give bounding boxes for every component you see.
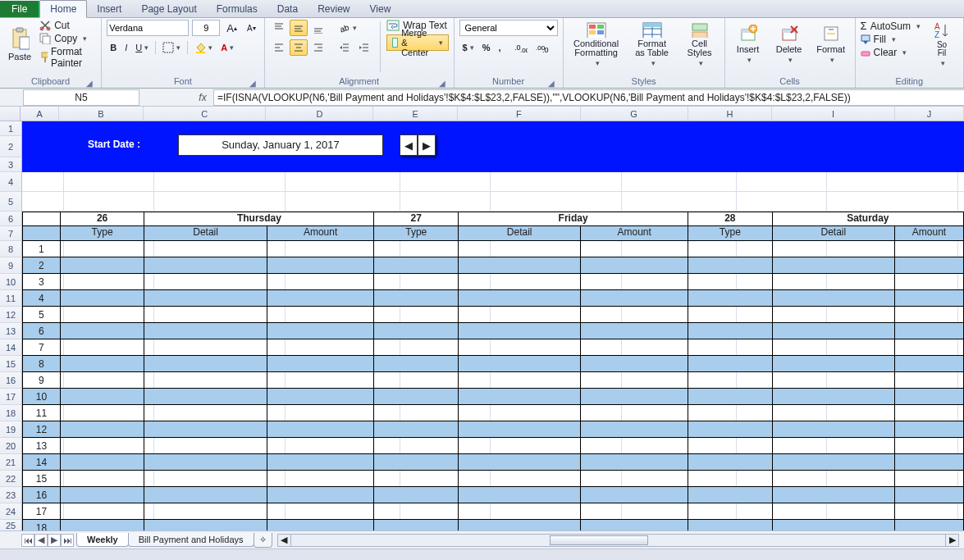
col-header-G[interactable]: G [581,107,688,121]
cell[interactable] [581,241,688,257]
fill-color-button[interactable] [191,39,216,56]
cell[interactable] [895,487,964,503]
sheet-tab-bill-payment[interactable]: Bill Payment and Holidays [128,533,254,547]
row-header-14[interactable]: 14 [0,339,22,356]
row-header-12[interactable]: 12 [0,307,22,323]
cell[interactable] [459,339,581,356]
cell[interactable] [144,257,267,274]
tab-review[interactable]: Review [308,1,359,17]
cell[interactable] [267,307,375,323]
cell[interactable] [267,454,375,471]
start-date-value[interactable]: Sunday, January 1, 2017 [178,134,383,156]
cell[interactable] [688,372,773,389]
cell[interactable] [374,257,459,274]
align-bottom-button[interactable] [309,20,327,36]
cell[interactable] [459,307,581,323]
cell[interactable] [773,389,895,405]
cell[interactable] [688,274,773,290]
cell[interactable] [581,438,688,454]
orientation-button[interactable]: ab [336,20,360,36]
cell[interactable] [144,307,267,323]
cell[interactable] [688,520,773,530]
cell[interactable] [581,290,688,307]
cell[interactable] [459,487,581,503]
cell[interactable] [144,421,267,438]
cell[interactable] [688,307,773,323]
worksheet-grid[interactable]: ABCDEFGHIJ 12345678910111213141516171819… [0,107,964,530]
cell[interactable] [895,290,964,307]
row-header-15[interactable]: 15 [0,356,22,372]
font-launcher[interactable]: ◢ [249,79,258,88]
cell[interactable] [459,503,581,520]
cell[interactable] [895,307,964,323]
sheet-nav-prev[interactable]: ◀ [34,534,48,547]
cell[interactable] [773,421,895,438]
cell[interactable] [773,290,895,307]
cell[interactable] [895,421,964,438]
cell[interactable] [773,307,895,323]
cell[interactable] [61,454,145,471]
comma-format-button[interactable]: , [496,39,505,56]
cell[interactable] [581,323,688,339]
cell[interactable] [61,372,145,389]
row-header-11[interactable]: 11 [0,290,22,307]
cell[interactable] [374,372,459,389]
cell[interactable] [267,274,375,290]
cell[interactable] [61,503,145,520]
cell[interactable] [267,405,375,421]
cell[interactable] [895,323,964,339]
cell[interactable] [144,471,267,487]
cell[interactable] [895,405,964,421]
row-header-22[interactable]: 22 [0,471,22,487]
font-color-button[interactable]: A [217,39,237,56]
cell[interactable] [267,421,375,438]
cell[interactable] [61,290,145,307]
cell[interactable] [895,454,964,471]
row-header-25[interactable]: 25 [0,520,22,530]
row-header-10[interactable]: 10 [0,274,22,290]
italic-button[interactable]: I [121,39,130,56]
cell[interactable] [144,290,267,307]
cell[interactable] [61,339,145,356]
row-header-24[interactable]: 24 [0,503,22,520]
cell[interactable] [459,520,581,530]
cell[interactable] [61,471,145,487]
cell[interactable] [61,405,145,421]
cell[interactable] [267,372,375,389]
percent-format-button[interactable]: % [479,39,494,56]
cell[interactable] [459,241,581,257]
row-header-6[interactable]: 6 [0,212,22,226]
cell[interactable] [688,438,773,454]
cell[interactable] [144,356,267,372]
sheet-nav-first[interactable]: ⏮ [21,534,34,547]
cell[interactable] [773,405,895,421]
horizontal-scrollbar[interactable]: ◀ ▶ [277,534,959,547]
clipboard-launcher[interactable]: ◢ [86,79,94,88]
cell[interactable] [581,471,688,487]
cell[interactable] [581,307,688,323]
cell[interactable] [267,389,375,405]
cell[interactable] [267,438,375,454]
sheet-tab-weekly[interactable]: Weekly [76,533,129,547]
cell[interactable] [144,503,267,520]
cell[interactable] [688,487,773,503]
cell[interactable] [895,438,964,454]
col-header-C[interactable]: C [144,107,267,121]
cell[interactable] [459,438,581,454]
cell[interactable] [267,487,375,503]
cell[interactable] [688,323,773,339]
alignment-launcher[interactable]: ◢ [439,79,447,88]
cell[interactable] [374,356,459,372]
date-next-button[interactable]: ▶ [418,134,436,156]
cell[interactable] [61,241,145,257]
cell[interactable] [144,274,267,290]
row-header-2[interactable]: 2 [0,136,22,157]
cell[interactable] [459,257,581,274]
cell[interactable] [459,454,581,471]
increase-decimal-button[interactable]: .0.00 [511,39,531,56]
row-header-1[interactable]: 1 [0,121,22,136]
tab-home[interactable]: Home [39,0,87,18]
cell[interactable] [61,274,145,290]
tab-insert[interactable]: Insert [87,1,131,17]
cell[interactable] [459,274,581,290]
